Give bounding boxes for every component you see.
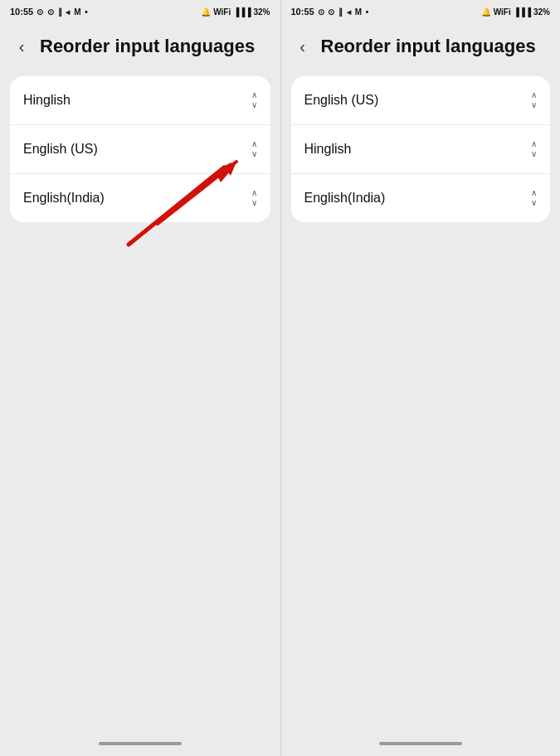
- status-bar-right: 10:55 ⊙ ⊙ ‖ ◂ M • 🔔 WiFi ▐▐▐ 32%: [281, 0, 561, 23]
- arrow-down-icon-5: ∨: [531, 150, 537, 158]
- reorder-icon-english-india-2[interactable]: ∧ ∨: [531, 189, 537, 207]
- language-name-english-us: English (US): [23, 142, 98, 157]
- back-button-left[interactable]: ‹: [7, 32, 37, 61]
- reorder-icon-hinglish-2[interactable]: ∧ ∨: [531, 140, 537, 158]
- status-icons-left-right: ⊙ ⊙ ‖ ◂ M •: [318, 7, 370, 17]
- language-name-hinglish-2: Hinglish: [304, 142, 352, 157]
- status-icons-right-r: 🔔: [481, 7, 491, 17]
- arrow-down-icon-2: ∨: [251, 150, 257, 158]
- language-item-english-india[interactable]: English(India) ∧ ∨: [10, 174, 270, 222]
- content-left: Hinglish ∧ ∨ English (US) ∧ ∨ English(In…: [0, 73, 280, 731]
- panel-after: 10:55 ⊙ ⊙ ‖ ◂ M • 🔔 WiFi ▐▐▐ 32% ‹ Reord…: [280, 0, 561, 756]
- header-right: ‹ Reorder input languages: [281, 23, 561, 73]
- arrow-up-icon-6: ∧: [531, 189, 537, 197]
- arrow-down-icon-6: ∨: [531, 199, 537, 207]
- language-item-english-us[interactable]: English (US) ∧ ∨: [10, 125, 270, 174]
- reorder-icon-english-us-2[interactable]: ∧ ∨: [531, 91, 537, 109]
- time-label-right: 10:55: [291, 7, 314, 17]
- battery-label: 32%: [253, 7, 270, 17]
- arrow-down-icon-4: ∨: [531, 101, 537, 109]
- signal-icon: ▐▐▐: [233, 7, 251, 17]
- bottom-indicator-right: [379, 742, 462, 745]
- arrow-up-icon-5: ∧: [531, 140, 537, 148]
- bottom-bar-left: [0, 731, 280, 756]
- battery-label-right: 32%: [533, 7, 550, 17]
- arrow-down-icon-3: ∨: [251, 199, 257, 207]
- signal-icon-right: ▐▐▐: [514, 7, 531, 17]
- language-list-after: English (US) ∧ ∨ Hinglish ∧ ∨ English(In…: [291, 76, 551, 222]
- language-item-english-us-2[interactable]: English (US) ∧ ∨: [291, 76, 551, 125]
- reorder-icon-hinglish[interactable]: ∧ ∨: [251, 91, 257, 109]
- arrow-up-icon: ∧: [251, 91, 257, 99]
- arrow-up-icon-4: ∧: [531, 91, 537, 99]
- panel-before: 10:55 ⊙ ⊙ ‖ ◂ M • 🔔 WiFi ▐▐▐ 32% ‹ Reord…: [0, 0, 280, 756]
- header-left: ‹ Reorder input languages: [0, 23, 280, 73]
- language-name-english-us-2: English (US): [304, 93, 379, 108]
- wifi-icon: WiFi: [213, 7, 231, 17]
- bottom-bar-right: [281, 731, 561, 756]
- status-bar-left: 10:55 ⊙ ⊙ ‖ ◂ M • 🔔 WiFi ▐▐▐ 32%: [0, 0, 280, 23]
- language-item-hinglish-2[interactable]: Hinglish ∧ ∨: [291, 125, 551, 174]
- content-right: English (US) ∧ ∨ Hinglish ∧ ∨ English(In…: [281, 73, 561, 731]
- arrow-up-icon-2: ∧: [251, 140, 257, 148]
- language-item-hinglish[interactable]: Hinglish ∧ ∨: [10, 76, 270, 125]
- wifi-icon-right: WiFi: [494, 7, 511, 17]
- back-button-right[interactable]: ‹: [288, 32, 318, 61]
- page-title-right: Reorder input languages: [321, 36, 536, 57]
- bottom-indicator-left: [99, 742, 182, 745]
- language-name-hinglish: Hinglish: [23, 93, 71, 108]
- page-title-left: Reorder input languages: [40, 36, 255, 57]
- reorder-icon-english-us[interactable]: ∧ ∨: [251, 140, 257, 158]
- reorder-icon-english-india[interactable]: ∧ ∨: [251, 189, 257, 207]
- status-icons-left: ⊙ ⊙ ‖ ◂ M •: [37, 7, 89, 17]
- status-icons-right: 🔔: [201, 7, 211, 17]
- time-label: 10:55: [10, 7, 33, 17]
- arrow-up-icon-3: ∧: [251, 189, 257, 197]
- arrow-down-icon: ∨: [251, 101, 257, 109]
- language-list-before: Hinglish ∧ ∨ English (US) ∧ ∨ English(In…: [10, 76, 270, 222]
- language-item-english-india-2[interactable]: English(India) ∧ ∨: [291, 174, 551, 222]
- language-name-english-india-2: English(India): [304, 191, 386, 206]
- language-name-english-india: English(India): [23, 191, 105, 206]
